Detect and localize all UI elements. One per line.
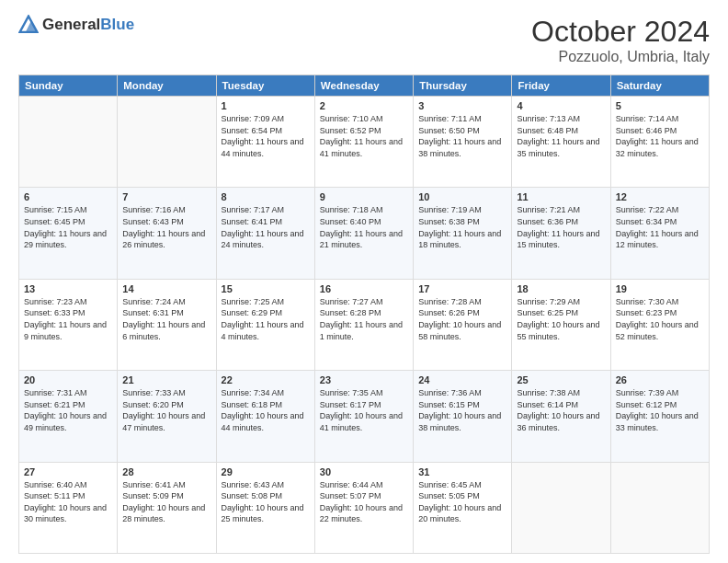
calendar-cell bbox=[610, 462, 709, 553]
calendar-cell: 23Sunrise: 7:35 AMSunset: 6:17 PMDayligh… bbox=[314, 371, 413, 462]
week-row-1: 1Sunrise: 7:09 AMSunset: 6:54 PMDaylight… bbox=[19, 97, 710, 188]
cell-info: Sunrise: 7:15 AMSunset: 6:45 PMDaylight:… bbox=[24, 204, 112, 250]
day-number: 15 bbox=[222, 283, 310, 294]
day-header-sunday: Sunday bbox=[19, 75, 118, 97]
calendar-cell: 6Sunrise: 7:15 AMSunset: 6:45 PMDaylight… bbox=[19, 188, 118, 279]
calendar-cell: 3Sunrise: 7:11 AMSunset: 6:50 PMDaylight… bbox=[414, 97, 512, 188]
day-header-monday: Monday bbox=[118, 75, 216, 97]
calendar-cell: 17Sunrise: 7:28 AMSunset: 6:26 PMDayligh… bbox=[414, 279, 512, 370]
day-header-wednesday: Wednesday bbox=[314, 75, 413, 97]
cell-info: Sunrise: 6:45 AMSunset: 5:05 PMDaylight:… bbox=[418, 479, 506, 525]
calendar-cell: 21Sunrise: 7:33 AMSunset: 6:20 PMDayligh… bbox=[118, 371, 216, 462]
calendar-cell: 22Sunrise: 7:34 AMSunset: 6:18 PMDayligh… bbox=[216, 371, 314, 462]
cell-info: Sunrise: 6:41 AMSunset: 5:09 PMDaylight:… bbox=[122, 479, 210, 525]
cell-info: Sunrise: 7:31 AMSunset: 6:21 PMDaylight:… bbox=[24, 387, 112, 433]
day-number: 4 bbox=[517, 100, 605, 111]
calendar-cell: 12Sunrise: 7:22 AMSunset: 6:34 PMDayligh… bbox=[610, 188, 709, 279]
cell-info: Sunrise: 7:10 AMSunset: 6:52 PMDaylight:… bbox=[320, 113, 408, 159]
day-number: 27 bbox=[24, 466, 112, 477]
day-header-saturday: Saturday bbox=[610, 75, 709, 97]
logo-general: GeneralBlue bbox=[42, 17, 134, 34]
cell-info: Sunrise: 6:40 AMSunset: 5:11 PMDaylight:… bbox=[24, 479, 112, 525]
calendar-cell: 19Sunrise: 7:30 AMSunset: 6:23 PMDayligh… bbox=[610, 279, 709, 370]
svg-marker-1 bbox=[26, 20, 38, 32]
calendar-cell: 5Sunrise: 7:14 AMSunset: 6:46 PMDaylight… bbox=[610, 97, 709, 188]
page: GeneralBlue October 2024 Pozzuolo, Umbri… bbox=[0, 0, 728, 563]
calendar-cell: 31Sunrise: 6:45 AMSunset: 5:05 PMDayligh… bbox=[414, 462, 512, 553]
calendar-cell: 9Sunrise: 7:18 AMSunset: 6:40 PMDaylight… bbox=[314, 188, 413, 279]
day-number: 28 bbox=[122, 466, 210, 477]
cell-info: Sunrise: 7:36 AMSunset: 6:15 PMDaylight:… bbox=[418, 387, 506, 433]
calendar-cell: 20Sunrise: 7:31 AMSunset: 6:21 PMDayligh… bbox=[19, 371, 118, 462]
day-header-friday: Friday bbox=[512, 75, 610, 97]
day-number: 22 bbox=[222, 374, 310, 385]
cell-info: Sunrise: 7:16 AMSunset: 6:43 PMDaylight:… bbox=[122, 204, 210, 250]
calendar-cell: 10Sunrise: 7:19 AMSunset: 6:38 PMDayligh… bbox=[414, 188, 512, 279]
cell-info: Sunrise: 7:14 AMSunset: 6:46 PMDaylight:… bbox=[616, 113, 704, 159]
day-number: 31 bbox=[418, 466, 506, 477]
cell-info: Sunrise: 7:38 AMSunset: 6:14 PMDaylight:… bbox=[517, 387, 605, 433]
day-number: 30 bbox=[320, 466, 408, 477]
title-block: October 2024 Pozzuolo, Umbria, Italy bbox=[531, 15, 710, 65]
week-row-2: 6Sunrise: 7:15 AMSunset: 6:45 PMDaylight… bbox=[19, 188, 710, 279]
day-header-thursday: Thursday bbox=[414, 75, 512, 97]
day-number: 16 bbox=[320, 283, 408, 294]
cell-info: Sunrise: 7:11 AMSunset: 6:50 PMDaylight:… bbox=[418, 113, 506, 159]
calendar-cell: 1Sunrise: 7:09 AMSunset: 6:54 PMDaylight… bbox=[216, 97, 314, 188]
cell-info: Sunrise: 7:24 AMSunset: 6:31 PMDaylight:… bbox=[122, 296, 210, 342]
location-title: Pozzuolo, Umbria, Italy bbox=[531, 49, 710, 65]
cell-info: Sunrise: 6:44 AMSunset: 5:07 PMDaylight:… bbox=[320, 479, 408, 525]
calendar-cell: 28Sunrise: 6:41 AMSunset: 5:09 PMDayligh… bbox=[118, 462, 216, 553]
day-number: 7 bbox=[122, 191, 210, 202]
header: GeneralBlue October 2024 Pozzuolo, Umbri… bbox=[18, 15, 710, 65]
day-number: 17 bbox=[418, 283, 506, 294]
cell-info: Sunrise: 7:18 AMSunset: 6:40 PMDaylight:… bbox=[320, 204, 408, 250]
calendar-cell: 25Sunrise: 7:38 AMSunset: 6:14 PMDayligh… bbox=[512, 371, 610, 462]
calendar-cell: 24Sunrise: 7:36 AMSunset: 6:15 PMDayligh… bbox=[414, 371, 512, 462]
day-number: 2 bbox=[320, 100, 408, 111]
day-number: 19 bbox=[616, 283, 704, 294]
day-number: 12 bbox=[616, 191, 704, 202]
cell-info: Sunrise: 7:30 AMSunset: 6:23 PMDaylight:… bbox=[616, 296, 704, 342]
day-number: 6 bbox=[24, 191, 112, 202]
day-number: 21 bbox=[122, 374, 210, 385]
cell-info: Sunrise: 7:13 AMSunset: 6:48 PMDaylight:… bbox=[517, 113, 605, 159]
calendar-cell: 2Sunrise: 7:10 AMSunset: 6:52 PMDaylight… bbox=[314, 97, 413, 188]
cell-info: Sunrise: 7:09 AMSunset: 6:54 PMDaylight:… bbox=[222, 113, 310, 159]
calendar-cell: 14Sunrise: 7:24 AMSunset: 6:31 PMDayligh… bbox=[118, 279, 216, 370]
calendar-cell: 26Sunrise: 7:39 AMSunset: 6:12 PMDayligh… bbox=[610, 371, 709, 462]
calendar-cell: 13Sunrise: 7:23 AMSunset: 6:33 PMDayligh… bbox=[19, 279, 118, 370]
logo: GeneralBlue bbox=[18, 15, 134, 35]
week-row-3: 13Sunrise: 7:23 AMSunset: 6:33 PMDayligh… bbox=[19, 279, 710, 370]
month-title: October 2024 bbox=[531, 15, 710, 49]
cell-info: Sunrise: 7:33 AMSunset: 6:20 PMDaylight:… bbox=[122, 387, 210, 433]
cell-info: Sunrise: 7:25 AMSunset: 6:29 PMDaylight:… bbox=[222, 296, 310, 342]
calendar-cell: 4Sunrise: 7:13 AMSunset: 6:48 PMDaylight… bbox=[512, 97, 610, 188]
cell-info: Sunrise: 7:17 AMSunset: 6:41 PMDaylight:… bbox=[222, 204, 310, 250]
cell-info: Sunrise: 6:43 AMSunset: 5:08 PMDaylight:… bbox=[222, 479, 310, 525]
cell-info: Sunrise: 7:35 AMSunset: 6:17 PMDaylight:… bbox=[320, 387, 408, 433]
logo-icon bbox=[18, 15, 39, 35]
cell-info: Sunrise: 7:27 AMSunset: 6:28 PMDaylight:… bbox=[320, 296, 408, 342]
calendar-cell: 27Sunrise: 6:40 AMSunset: 5:11 PMDayligh… bbox=[19, 462, 118, 553]
day-number: 10 bbox=[418, 191, 506, 202]
day-number: 11 bbox=[517, 191, 605, 202]
cell-info: Sunrise: 7:29 AMSunset: 6:25 PMDaylight:… bbox=[517, 296, 605, 342]
day-number: 8 bbox=[222, 191, 310, 202]
day-number: 9 bbox=[320, 191, 408, 202]
day-number: 24 bbox=[418, 374, 506, 385]
day-number: 29 bbox=[222, 466, 310, 477]
cell-info: Sunrise: 7:19 AMSunset: 6:38 PMDaylight:… bbox=[418, 204, 506, 250]
day-number: 5 bbox=[616, 100, 704, 111]
calendar-cell: 30Sunrise: 6:44 AMSunset: 5:07 PMDayligh… bbox=[314, 462, 413, 553]
day-number: 25 bbox=[517, 374, 605, 385]
calendar-table: SundayMondayTuesdayWednesdayThursdayFrid… bbox=[18, 75, 710, 554]
calendar-cell: 29Sunrise: 6:43 AMSunset: 5:08 PMDayligh… bbox=[216, 462, 314, 553]
day-number: 14 bbox=[122, 283, 210, 294]
cell-info: Sunrise: 7:22 AMSunset: 6:34 PMDaylight:… bbox=[616, 204, 704, 250]
calendar-cell: 11Sunrise: 7:21 AMSunset: 6:36 PMDayligh… bbox=[512, 188, 610, 279]
cell-info: Sunrise: 7:28 AMSunset: 6:26 PMDaylight:… bbox=[418, 296, 506, 342]
day-number: 13 bbox=[24, 283, 112, 294]
day-number: 18 bbox=[517, 283, 605, 294]
cell-info: Sunrise: 7:39 AMSunset: 6:12 PMDaylight:… bbox=[616, 387, 704, 433]
